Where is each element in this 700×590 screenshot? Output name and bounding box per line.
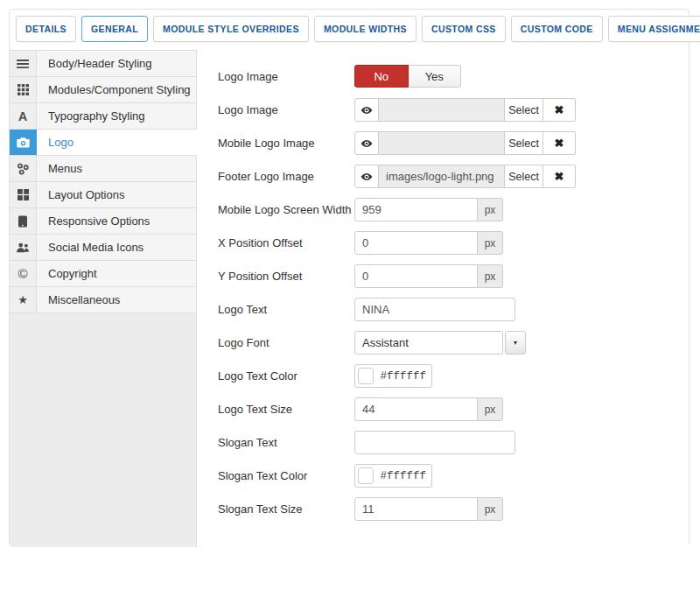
sidebar-item-label: Social Media Icons [37, 235, 197, 261]
footer-logo-image-media-field: Select ✖ [354, 165, 576, 188]
field-label: Slogan Text Color [218, 464, 354, 482]
form-row-logo-text-color: Logo Text Color #ffffff [218, 364, 689, 388]
sidebar-item-social-media-icons[interactable]: Social Media Icons [10, 235, 197, 261]
logo-image-toggle: No Yes [354, 65, 461, 88]
users-icon [10, 235, 37, 261]
eye-icon[interactable] [354, 165, 379, 188]
sidebar-item-label: Logo [37, 130, 197, 156]
sidebar-item-label: Body/Header Styling [37, 51, 197, 77]
tab-bar: DETAILS GENERAL MODULE STYLE OVERRIDES M… [10, 10, 689, 50]
logo-font-selected-value: Assistant [354, 331, 503, 355]
color-hex-value: #ffffff [380, 470, 426, 482]
tab-general[interactable]: GENERAL [81, 16, 148, 42]
footer-logo-image-path-input[interactable] [379, 165, 505, 188]
clear-icon[interactable]: ✖ [543, 165, 576, 188]
field-label: Logo Image [218, 98, 354, 116]
slogan-text-input[interactable] [354, 431, 515, 454]
toggle-no-button[interactable]: No [354, 65, 409, 88]
logo-text-color-input[interactable]: #ffffff [354, 364, 432, 388]
form-row-slogan-text-color: Slogan Text Color #ffffff [218, 464, 689, 488]
form-row-x-position-offset: X Position Offset px [218, 231, 689, 255]
select-button[interactable]: Select [505, 98, 543, 122]
unit-addon: px [478, 497, 503, 521]
sidebar-item-modules-component-styling[interactable]: Modules/Component Styling [10, 77, 197, 103]
form-row-logo-text: Logo Text [218, 298, 689, 321]
form-row-logo-image: Logo Image Select ✖ [218, 98, 689, 122]
tab-details[interactable]: DETAILS [16, 16, 76, 42]
toggle-yes-button[interactable]: Yes [409, 65, 462, 88]
tab-module-style-overrides[interactable]: MODULE STYLE OVERRIDES [153, 16, 309, 42]
logo-image-path-input[interactable] [379, 98, 505, 122]
sidebar-item-label: Layout Options [37, 182, 197, 208]
form-row-logo-font: Logo Font Assistant ▼ [218, 331, 689, 355]
form-row-footer-logo-image: Footer Logo Image Select ✖ [218, 165, 689, 188]
slogan-text-color-input[interactable]: #ffffff [354, 464, 432, 488]
sidebar-item-responsive-options[interactable]: Responsive Options [10, 208, 197, 235]
logo-settings-form: Logo Image No Yes Logo Image Select [197, 50, 689, 547]
form-row-mobile-logo-image: Mobile Logo Image Select ✖ [218, 131, 689, 155]
mobile-logo-image-path-input[interactable] [379, 131, 505, 155]
sidebar-item-copyright[interactable]: © Copyright [10, 261, 197, 287]
form-row-logo-text-size: Logo Text Size px [218, 397, 689, 421]
field-label: Slogan Text Size [218, 497, 354, 516]
eye-icon[interactable] [354, 98, 379, 122]
field-label: Y Position Offset [218, 264, 354, 283]
tab-custom-code[interactable]: CUSTOM CODE [511, 16, 603, 42]
tablet-icon [10, 208, 37, 235]
camera-icon [10, 130, 37, 156]
tab-custom-css[interactable]: CUSTOM CSS [422, 16, 506, 42]
field-label: Footer Logo Image [218, 165, 354, 183]
form-row-mobile-logo-screen-width: Mobile Logo Screen Width px [218, 198, 689, 221]
eye-icon[interactable] [354, 131, 379, 155]
form-row-slogan-text: Slogan Text [218, 431, 689, 454]
grid-icon [10, 77, 37, 103]
color-swatch [358, 368, 374, 384]
field-label: X Position Offset [218, 231, 354, 249]
field-label: Slogan Text [218, 431, 354, 449]
unit-addon: px [478, 264, 503, 288]
copyright-icon: © [10, 261, 37, 287]
logo-text-input[interactable] [354, 298, 515, 321]
form-row-logo-image-toggle: Logo Image No Yes [218, 65, 689, 88]
color-swatch [358, 467, 374, 484]
sidebar-item-miscellaneous[interactable]: ★ Miscellaneous [10, 287, 197, 313]
field-label: Mobile Logo Image [218, 131, 354, 150]
sidebar-item-menus[interactable]: Menus [10, 156, 197, 182]
rings-icon [10, 156, 37, 182]
slogan-text-size-field: px [354, 497, 503, 521]
x-position-offset-field: px [354, 231, 503, 255]
field-label: Logo Text Size [218, 397, 354, 416]
x-position-offset-input[interactable] [354, 231, 478, 255]
sidebar-item-label: Typography Styling [37, 103, 197, 130]
sidebar-item-layout-options[interactable]: Layout Options [10, 182, 197, 208]
sidebar-nav: Body/Header Styling Modules/Component St… [10, 50, 197, 547]
field-label: Logo Image [218, 65, 354, 83]
sidebar-item-label: Menus [37, 156, 197, 182]
sidebar-item-label: Copyright [37, 261, 197, 287]
mobile-logo-screen-width-input[interactable] [354, 198, 478, 221]
select-button[interactable]: Select [505, 165, 543, 188]
chevron-down-icon[interactable]: ▼ [505, 331, 526, 355]
font-icon: A [10, 103, 37, 130]
tab-module-widths[interactable]: MODULE WIDTHS [314, 16, 416, 42]
sidebar-item-typography-styling[interactable]: A Typography Styling [10, 103, 197, 130]
tab-menu-assignment[interactable]: MENU ASSIGNMENT [608, 16, 700, 42]
sidebar-item-logo[interactable]: Logo [10, 130, 197, 156]
logo-text-size-input[interactable] [354, 397, 478, 421]
clear-icon[interactable]: ✖ [543, 131, 576, 155]
y-position-offset-input[interactable] [354, 264, 478, 288]
panel-body: Body/Header Styling Modules/Component St… [10, 50, 689, 547]
color-hex-value: #ffffff [380, 370, 426, 383]
sidebar-item-label: Miscellaneous [37, 287, 197, 313]
logo-font-select[interactable]: Assistant ▼ [354, 331, 526, 355]
select-button[interactable]: Select [505, 131, 543, 155]
sidebar-item-body-header-styling[interactable]: Body/Header Styling [10, 51, 197, 77]
template-style-editor-page: DETAILS GENERAL MODULE STYLE OVERRIDES M… [0, 0, 700, 590]
sidebar-item-label: Responsive Options [37, 208, 197, 235]
logo-text-size-field: px [354, 397, 503, 421]
clear-icon[interactable]: ✖ [543, 98, 576, 122]
field-label: Logo Text [218, 298, 354, 316]
settings-panel: DETAILS GENERAL MODULE STYLE OVERRIDES M… [9, 9, 690, 546]
slogan-text-size-input[interactable] [354, 497, 478, 521]
form-row-y-position-offset: Y Position Offset px [218, 264, 689, 288]
